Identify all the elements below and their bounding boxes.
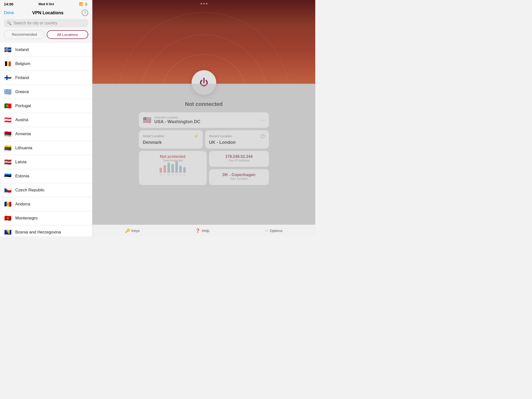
country-flag: 🇮🇸 (4, 46, 12, 53)
status-date: Wed 9 Oct (38, 2, 54, 6)
country-flag: 🇲🇪 (4, 215, 12, 222)
left-panel: 14:00 Wed 9 Oct 📶 🔋 Done VPN Locations ?… (0, 0, 92, 236)
country-name: Montenegro (15, 216, 38, 221)
country-flag: 🇨🇿 (4, 187, 12, 194)
options-nav-item[interactable]: ··· Options (265, 228, 283, 233)
list-item[interactable]: 🇱🇻 Latvia (0, 155, 92, 169)
country-name: Latvia (15, 160, 26, 165)
status-icons: 📶 🔋 (79, 2, 88, 6)
list-item[interactable]: 🇲🇪 Montenegro (0, 211, 92, 225)
country-flag: 🇧🇦 (4, 229, 12, 236)
country-name: Andorra (15, 202, 30, 207)
country-flag: 🇪🇪 (4, 173, 12, 180)
list-item[interactable]: 🇦🇹 Austria (0, 113, 92, 127)
country-flag: 🇦🇲 (4, 131, 12, 137)
country-name: Lithuania (15, 146, 32, 150)
list-item[interactable]: 🇦🇲 Armenia (0, 127, 92, 141)
list-item[interactable]: 🇮🇸 Iceland (0, 43, 92, 57)
list-item[interactable]: 🇪🇪 Estonia (0, 169, 92, 183)
country-flag: 🇱🇻 (4, 159, 12, 166)
status-bar: 14:00 Wed 9 Oct 📶 🔋 (0, 0, 92, 7)
country-list: 🇮🇸 Iceland 🇧🇪 Belgium 🇫🇮 Finland 🇬🇷 Gree… (0, 43, 92, 236)
help-nav-item[interactable]: ❓ Help (195, 228, 209, 233)
options-icon: ··· (265, 229, 268, 233)
wifi-icon: 📶 (79, 2, 83, 6)
options-label: Options (270, 229, 283, 233)
country-name: Iceland (15, 47, 29, 52)
country-name: Armenia (15, 132, 31, 136)
country-flag: 🇧🇪 (4, 60, 12, 67)
battery-icon: 🔋 (84, 2, 88, 6)
dot-2 (203, 3, 205, 4)
list-item[interactable]: 🇨🇿 Czech Republic (0, 183, 92, 197)
search-bar[interactable]: 🔍 Search for city or country (4, 19, 88, 27)
overlay (92, 84, 315, 225)
list-item[interactable]: 🇱🇹 Lithuania (0, 141, 92, 155)
status-time: 14:00 (4, 2, 13, 6)
bottom-nav: 🔑 Keys ❓ Help ··· Options (92, 225, 315, 236)
list-item[interactable]: 🇵🇹 Portugal (0, 99, 92, 113)
country-name: Czech Republic (15, 188, 45, 193)
country-name: Bosnia and Herzegovina (15, 230, 61, 235)
country-flag: 🇬🇷 (4, 88, 12, 95)
country-flag: 🇱🇹 (4, 145, 12, 151)
help-nav-icon: ❓ (195, 228, 200, 233)
search-icon: 🔍 (7, 21, 12, 25)
done-button[interactable]: Done (4, 10, 14, 15)
list-item[interactable]: 🇬🇷 Greece (0, 85, 92, 99)
country-name: Belgium (15, 61, 30, 66)
tab-recommended[interactable]: Recommended (4, 30, 45, 39)
help-nav-label: Help (202, 229, 209, 233)
top-dots (200, 3, 207, 4)
dot-3 (206, 3, 207, 4)
help-button[interactable]: ? (82, 10, 88, 16)
search-placeholder: Search for city or country (14, 21, 57, 25)
country-name: Portugal (15, 103, 31, 108)
list-item[interactable]: 🇦🇩 Andorra (0, 197, 92, 211)
list-item[interactable]: 🇧🇦 Bosnia and Herzegovina (0, 225, 92, 236)
dot-1 (200, 3, 202, 4)
country-flag: 🇵🇹 (4, 102, 12, 109)
nav-bar: Done VPN Locations ? (0, 7, 92, 19)
country-name: Austria (15, 117, 28, 122)
country-flag: 🇫🇮 (4, 74, 12, 81)
nav-title: VPN Locations (32, 10, 64, 16)
help-icon: ? (84, 11, 86, 15)
list-item[interactable]: 🇫🇮 Finland (0, 71, 92, 85)
search-container: 🔍 Search for city or country (0, 19, 92, 30)
country-name: Finland (15, 75, 29, 80)
filter-tabs: Recommended All Locations (0, 30, 92, 43)
vpn-info-panel: ⏻ Not connected 🇺🇸 Selected Location USA… (92, 84, 315, 225)
right-panel: ⏻ Not connected 🇺🇸 Selected Location USA… (92, 0, 315, 236)
country-flag: 🇦🇩 (4, 201, 12, 208)
keys-nav-item[interactable]: 🔑 Keys (125, 228, 140, 233)
tab-all-locations[interactable]: All Locations (47, 30, 88, 39)
keys-icon: 🔑 (125, 228, 130, 233)
list-item[interactable]: 🇧🇪 Belgium (0, 57, 92, 71)
country-name: Estonia (15, 174, 29, 179)
keys-label: Keys (132, 229, 140, 233)
country-flag: 🇦🇹 (4, 116, 12, 123)
country-name: Greece (15, 89, 29, 94)
